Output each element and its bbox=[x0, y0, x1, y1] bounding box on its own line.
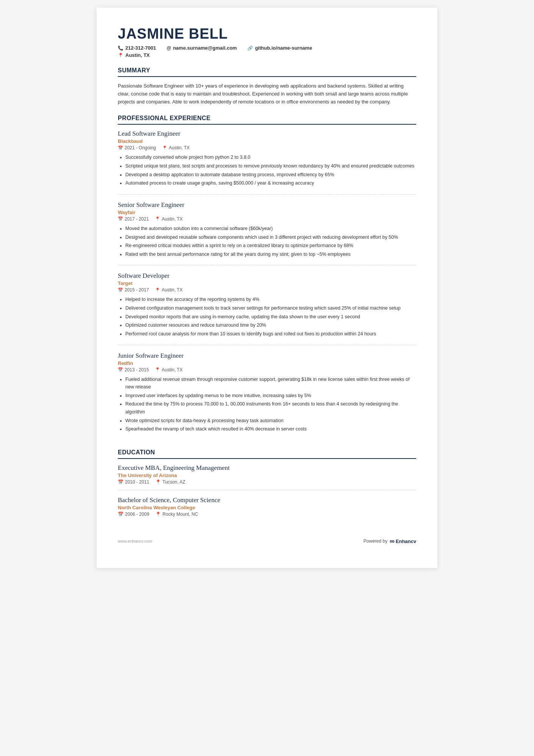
job-title-0: Lead Software Engineer bbox=[118, 130, 416, 138]
location-2: 📍 Austin, TX bbox=[155, 287, 183, 293]
school-1: North Carolina Wesleyan College bbox=[118, 505, 416, 510]
company-1: Wayfair bbox=[118, 210, 416, 215]
github-url: github.io/name-surname bbox=[255, 45, 312, 51]
education-title: EDUCATION bbox=[118, 449, 416, 459]
job-title-3: Junior Software Engineer bbox=[118, 352, 416, 360]
phone-icon: 📞 bbox=[118, 45, 123, 51]
edu-location-text-0: Tucson, AZ bbox=[162, 479, 185, 485]
bullet-3-4: Spearheaded the revamp of tech stack whi… bbox=[125, 425, 416, 433]
date-range-3: 2013 - 2015 bbox=[125, 367, 149, 373]
edu-date-range-1: 2006 - 2009 bbox=[125, 512, 149, 517]
dates-2: 📅 2015 - 2017 bbox=[118, 287, 149, 293]
candidate-name: JASMINE BELL bbox=[118, 26, 416, 42]
degree-0: Executive MBA, Engineering Management bbox=[118, 464, 416, 472]
calendar-icon-3: 📅 bbox=[118, 367, 123, 372]
edu-location-text-1: Rocky Mount, NC bbox=[162, 512, 198, 517]
dates-3: 📅 2013 - 2015 bbox=[118, 367, 149, 373]
calendar-icon-edu-0: 📅 bbox=[118, 479, 123, 485]
email-contact: @ name.surname@gmail.com bbox=[167, 45, 237, 51]
school-0: The University of Arizona bbox=[118, 473, 416, 478]
infinity-icon: ∞ bbox=[390, 537, 395, 545]
bullet-2-1: Delivered configuration management tools… bbox=[125, 304, 416, 312]
bullet-3-2: Reduced the time by 75% to process 70,00… bbox=[125, 400, 416, 416]
bullet-3-0: Fueled additional revenue stream through… bbox=[125, 376, 416, 391]
experience-title: PROFESSIONAL EXPERIENCE bbox=[118, 115, 416, 125]
exp-meta-1: 📅 2017 - 2021 📍 Austin, TX bbox=[118, 216, 416, 222]
bullet-3-1: Improved user interfaces by updating men… bbox=[125, 392, 416, 400]
bullet-2-2: Developed monitor reports that are using… bbox=[125, 313, 416, 321]
education-entry-0: Executive MBA, Engineering Management Th… bbox=[118, 464, 416, 490]
bullet-0-2: Developed a desktop application to autom… bbox=[125, 171, 416, 179]
education-section: EDUCATION Executive MBA, Engineering Man… bbox=[118, 449, 416, 522]
bullets-3: Fueled additional revenue stream through… bbox=[118, 376, 416, 433]
powered-by-text: Powered by bbox=[364, 538, 387, 544]
location-text-1: Austin, TX bbox=[162, 216, 183, 222]
calendar-icon-0: 📅 bbox=[118, 146, 123, 150]
footer: www.enhancv.com Powered by ∞ Enhancv bbox=[118, 537, 416, 545]
summary-section: SUMMARY Passionate Software Engineer wit… bbox=[118, 67, 416, 106]
edu-location-1: 📍 Rocky Mount, NC bbox=[155, 512, 198, 517]
pin-icon-edu-0: 📍 bbox=[155, 479, 161, 485]
location-icon: 📍 bbox=[118, 53, 123, 58]
education-entry-1: Bachelor of Science, Computer Science No… bbox=[118, 496, 416, 522]
exp-meta-0: 📅 2021 - Ongoing 📍 Austin, TX bbox=[118, 145, 416, 150]
exp-meta-2: 📅 2015 - 2017 📍 Austin, TX bbox=[118, 287, 416, 293]
bullet-3-3: Wrote optimized scripts for data-heavy &… bbox=[125, 417, 416, 425]
bullets-1: Moved the automation solution into a com… bbox=[118, 225, 416, 258]
edu-date-range-0: 2010 - 2011 bbox=[125, 479, 149, 485]
location: Austin, TX bbox=[125, 52, 150, 58]
pin-icon-2: 📍 bbox=[155, 288, 160, 293]
pin-icon-edu-1: 📍 bbox=[155, 512, 161, 517]
email-icon: @ bbox=[167, 45, 171, 51]
bullet-1-0: Moved the automation solution into a com… bbox=[125, 225, 416, 233]
location-text-0: Austin, TX bbox=[169, 145, 190, 150]
location-0: 📍 Austin, TX bbox=[162, 145, 190, 150]
footer-website: www.enhancv.com bbox=[118, 539, 152, 543]
email-address: name.surname@gmail.com bbox=[173, 45, 237, 51]
edu-meta-0: 📅 2010 - 2011 📍 Tucson, AZ bbox=[118, 479, 416, 485]
experience-entry-3: Junior Software Engineer Redfin 📅 2013 -… bbox=[118, 352, 416, 440]
company-0: Blackbaud bbox=[118, 138, 416, 144]
company-2: Target bbox=[118, 280, 416, 286]
dates-1: 📅 2017 - 2021 bbox=[118, 216, 149, 222]
bullet-1-2: Re-engineered critical modules within a … bbox=[125, 242, 416, 250]
calendar-icon-1: 📅 bbox=[118, 216, 123, 221]
github-icon: 🔗 bbox=[247, 45, 253, 51]
exp-meta-3: 📅 2013 - 2015 📍 Austin, TX bbox=[118, 367, 416, 373]
date-range-0: 2021 - Ongoing bbox=[125, 145, 156, 150]
contact-row: 📞 212-312-7001 @ name.surname@gmail.com … bbox=[118, 45, 416, 51]
date-range-1: 2017 - 2021 bbox=[125, 216, 149, 222]
bullets-2: Helped to increase the accuracy of the r… bbox=[118, 296, 416, 338]
location-3: 📍 Austin, TX bbox=[155, 367, 183, 373]
bullet-2-4: Performed root cause analysis for more t… bbox=[125, 330, 416, 338]
bullet-0-1: Scripted unique test plans, test scripts… bbox=[125, 162, 416, 170]
calendar-icon-edu-1: 📅 bbox=[118, 512, 123, 517]
pin-icon-3: 📍 bbox=[155, 367, 160, 372]
company-3: Redfin bbox=[118, 360, 416, 366]
phone-number: 212-312-7001 bbox=[125, 45, 156, 51]
location-1: 📍 Austin, TX bbox=[155, 216, 183, 222]
degree-1: Bachelor of Science, Computer Science bbox=[118, 496, 416, 504]
brand-name: Enhancv bbox=[396, 538, 416, 544]
edu-dates-1: 📅 2006 - 2009 bbox=[118, 512, 149, 517]
pin-icon-0: 📍 bbox=[162, 146, 167, 150]
enhancv-logo: ∞ Enhancv bbox=[390, 537, 416, 545]
bullet-1-3: Rated with the best annual performance r… bbox=[125, 250, 416, 258]
date-range-2: 2015 - 2017 bbox=[125, 287, 149, 293]
edu-location-0: 📍 Tucson, AZ bbox=[155, 479, 185, 485]
dates-0: 📅 2021 - Ongoing bbox=[118, 145, 156, 150]
experience-entry-0: Lead Software Engineer Blackbaud 📅 2021 … bbox=[118, 130, 416, 194]
calendar-icon-2: 📅 bbox=[118, 288, 123, 293]
location-row: 📍 Austin, TX bbox=[118, 52, 416, 58]
job-title-2: Software Developer bbox=[118, 272, 416, 280]
header: JASMINE BELL 📞 212-312-7001 @ name.surna… bbox=[118, 26, 416, 58]
bullet-0-3: Automated process to create usage graphs… bbox=[125, 179, 416, 187]
footer-logo: Powered by ∞ Enhancv bbox=[364, 537, 416, 545]
edu-dates-0: 📅 2010 - 2011 bbox=[118, 479, 149, 485]
job-title-1: Senior Software Engineer bbox=[118, 201, 416, 209]
location-text-3: Austin, TX bbox=[162, 367, 183, 373]
experience-entry-1: Senior Software Engineer Wayfair 📅 2017 … bbox=[118, 201, 416, 266]
location-text-2: Austin, TX bbox=[162, 287, 183, 293]
phone-contact: 📞 212-312-7001 bbox=[118, 45, 156, 51]
bullets-0: Successfully converted whole project fro… bbox=[118, 153, 416, 187]
